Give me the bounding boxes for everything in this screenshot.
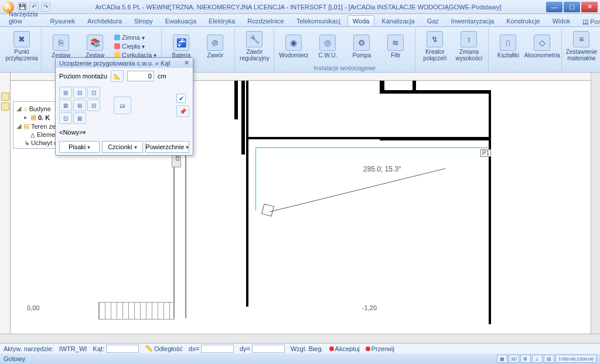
- fittings-button[interactable]: ⎍Kształtki: [492, 29, 524, 63]
- set-a-icon: ⎘: [53, 35, 69, 51]
- meter-icon: ◉: [285, 35, 302, 51]
- help-menu[interactable]: 🕮 Pomoc▾: [579, 16, 600, 26]
- status-layers-icon[interactable]: ▤: [544, 355, 554, 363]
- window-title: ArCADia 5.6 PL - WEWNĘTRZNA, NIEKOMERCYJ…: [50, 4, 546, 11]
- pin-button[interactable]: 📌: [176, 105, 189, 117]
- horizontal-scrollbar[interactable]: [0, 334, 600, 343]
- tab-view[interactable]: Widok: [547, 15, 576, 26]
- tab-inventory[interactable]: Inwentaryzacja: [446, 15, 499, 26]
- status-grid-icon[interactable]: ▦: [497, 355, 507, 363]
- relative-toggle[interactable]: Wzgl. Bieg.: [291, 345, 323, 352]
- status-snap-icon[interactable]: ⊞: [520, 355, 531, 363]
- cold-swatch-icon: [114, 35, 120, 40]
- cold-pipe[interactable]: Zimna ▾: [113, 33, 158, 42]
- bom-icon: ≡: [573, 31, 589, 47]
- vertical-ruler: [0, 73, 11, 343]
- window-buttons: — ▢ ✕: [546, 2, 598, 12]
- reg-valve-button[interactable]: 🔧Zawór regulacyjny: [238, 29, 270, 63]
- snap-1-icon[interactable]: ⊞: [59, 87, 72, 98]
- snap-2-icon[interactable]: ⊟: [73, 87, 86, 98]
- hot-pipe[interactable]: Ciepła ▾: [113, 42, 158, 50]
- snap-4-icon[interactable]: ⊠: [59, 99, 72, 111]
- surfaces-combo[interactable]: Powierzchnie: [145, 141, 189, 153]
- meter-button[interactable]: ◉Wodomierz: [278, 29, 309, 63]
- panel-close-icon[interactable]: ✕: [184, 59, 189, 67]
- snap-8-icon[interactable]: ⊠: [73, 112, 86, 124]
- ruler-y-value: -1,20: [362, 304, 377, 311]
- snap-6-icon[interactable]: ⊟: [87, 99, 100, 111]
- cwu-button[interactable]: ◎C.W.U.: [312, 29, 343, 63]
- snap-5-icon[interactable]: ⊞: [73, 99, 86, 111]
- wizard-button[interactable]: ↯Kreator połączeń: [419, 29, 451, 63]
- left-toolbar: [1, 92, 11, 111]
- tab-water[interactable]: Woda: [347, 15, 375, 26]
- house-icon[interactable]: [1, 92, 9, 101]
- enabled-checkbox[interactable]: ✔: [176, 94, 186, 103]
- folder-icon[interactable]: [1, 102, 9, 111]
- measurement-readout: 285.0; 15.3°: [363, 165, 401, 173]
- tree-terrain[interactable]: Teren ze: [31, 123, 56, 130]
- height-button[interactable]: ↕Zmiana wysokości: [453, 29, 485, 63]
- level-picker-icon[interactable]: 📐: [111, 70, 124, 82]
- filter-icon: ≋: [387, 35, 404, 51]
- insertion-panel[interactable]: Urządzenie przygotowania c.w.u. » Kąt✕ P…: [55, 57, 193, 156]
- bom-button[interactable]: ≡Zestawienie materiałów: [565, 29, 597, 63]
- library-button[interactable]: 🗂: [114, 97, 131, 114]
- leader-line-icon: [270, 169, 451, 215]
- connection-point-icon: ✖: [13, 31, 30, 47]
- command-bar: Aktyw. narzędzie: IWTR_WI Kąt: 📏Odległoś…: [0, 343, 600, 353]
- tab-architecture[interactable]: Architektura: [82, 15, 127, 26]
- status-bar: Gotowy ▦ 3D ⊞ ⊥ ▤ 1700.00,1200.00: [0, 353, 600, 364]
- status-ready: Gotowy: [4, 355, 25, 362]
- tab-sewage[interactable]: Kanalizacja: [376, 15, 420, 26]
- fonts-combo[interactable]: Czcionki: [102, 141, 142, 153]
- valve-button[interactable]: ⊘Zawór: [199, 29, 231, 63]
- valve-icon: ⊘: [207, 35, 223, 51]
- tab-drawing[interactable]: Rysunek: [45, 15, 81, 26]
- tab-evacuation[interactable]: Ewakuacja: [160, 15, 202, 26]
- level-input[interactable]: [127, 71, 154, 81]
- pump-button[interactable]: ⚙Pompa: [346, 29, 377, 63]
- tab-tools[interactable]: Narzędzia głów: [4, 8, 43, 26]
- accept-button[interactable]: Akceptuj: [329, 345, 360, 352]
- pipe-types: Zimna ▾ Ciepła ▾ Cyrkulacja ▾: [113, 33, 158, 59]
- tab-floors[interactable]: Stropy: [129, 15, 158, 26]
- connection-point-button[interactable]: ✖Punkt przyłączenia: [6, 29, 38, 63]
- axonometry-button[interactable]: ◇Aksonometria: [526, 29, 558, 63]
- tab-gas[interactable]: Gaz: [422, 15, 444, 26]
- pens-combo[interactable]: Pisaki: [59, 141, 100, 153]
- cancel-button[interactable]: Przerwij: [366, 345, 394, 352]
- filter-button[interactable]: ≋Filtr: [380, 29, 411, 63]
- tree-building[interactable]: Budyne: [29, 105, 51, 112]
- reg-valve-icon: 🔧: [246, 31, 262, 47]
- height-icon: ↕: [461, 31, 477, 47]
- distance-button[interactable]: 📏Odległość: [145, 345, 183, 352]
- snap-3-icon[interactable]: ⊡: [87, 87, 100, 98]
- status-3d-icon[interactable]: 3D: [509, 355, 519, 363]
- dx-label: dx=: [189, 345, 199, 352]
- vertical-scrollbar[interactable]: [591, 73, 600, 334]
- tab-telecom[interactable]: Telekomunikacj: [291, 15, 346, 26]
- angle-input[interactable]: [106, 345, 139, 353]
- ribbon-group-label: Instalacje wodociągowe: [278, 64, 411, 72]
- dx-input[interactable]: [201, 345, 234, 353]
- tab-switchboards[interactable]: Rozdzielnice: [242, 15, 289, 26]
- minimize-button[interactable]: —: [546, 2, 562, 12]
- status-coords: 1700.00,1200.00: [555, 355, 596, 363]
- tab-electrical[interactable]: Elektryka: [203, 15, 240, 26]
- close-button[interactable]: ✕: [581, 2, 598, 12]
- battery-icon: 🚰: [173, 35, 189, 51]
- maximize-button[interactable]: ▢: [564, 2, 580, 12]
- tree-storey[interactable]: 0. K: [38, 114, 50, 121]
- dy-input[interactable]: [252, 345, 285, 353]
- dy-label: dy=: [240, 345, 250, 352]
- active-tool-name: IWTR_WI: [59, 345, 87, 352]
- tab-constructions[interactable]: Konstrukcje: [501, 15, 545, 26]
- panel-title: Urządzenie przygotowania c.w.u. » Kąt: [59, 60, 171, 67]
- style-combo[interactable]: <Nowy>: [59, 129, 189, 136]
- svg-line-0: [270, 169, 445, 212]
- ruler-x-value: 0,00: [27, 304, 39, 311]
- snap-7-icon[interactable]: ⊡: [59, 112, 72, 124]
- status-ortho-icon[interactable]: ⊥: [532, 355, 543, 363]
- point-label-p1: P1: [480, 149, 491, 157]
